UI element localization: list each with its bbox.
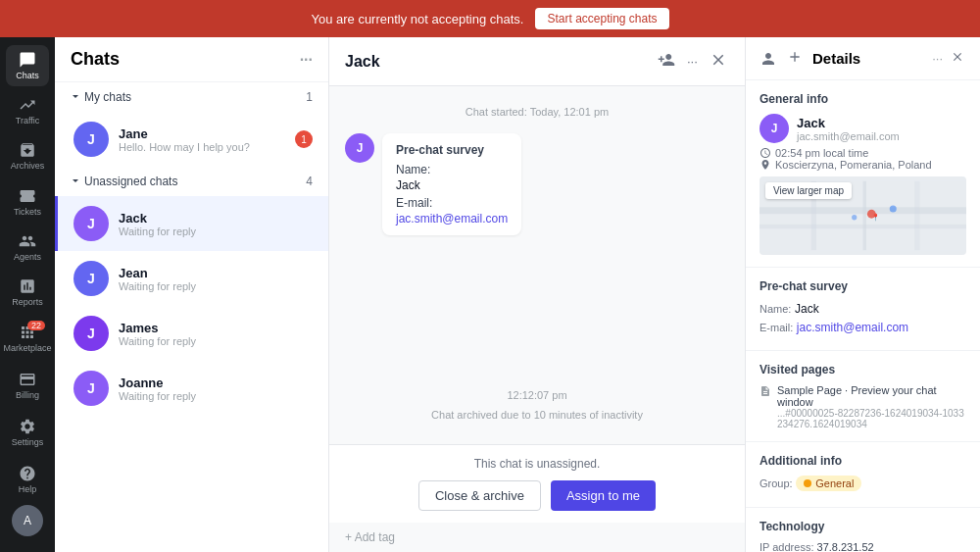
nav-label-marketplace: Marketplace [3,343,51,353]
start-accepting-button[interactable]: Start accepting chats [535,8,668,29]
nav-label-archives: Archives [11,161,45,171]
pre-chat-name-row: Name: Jack [760,301,966,316]
pre-chat-email-row: E-mail: jac.smith@email.com [760,320,966,334]
additional-info-title: Additional info [760,454,966,468]
archive-note: Chat archived due to 10 minutes of inact… [345,409,729,421]
unassigned-count: 4 [306,175,313,188]
nav-label-tickets: Tickets [14,207,41,217]
page-url: ...#00000025-82287236-1624019034-1033234… [777,408,966,429]
chat-name-joanne: Joanne [119,376,313,390]
pre-chat-name-label: Name: [396,163,508,176]
user-info-row: J Jack jac.smith@email.com [760,114,966,143]
pre-chat-name-label-details: Name: [760,303,791,315]
visited-pages-section: Visited pages Sample Page · Preview your… [746,351,980,442]
details-header: Details ··· [746,37,980,80]
chat-header-title: Jack [345,53,380,71]
add-tag-button[interactable]: + Add tag [329,523,745,552]
my-chats-toggle[interactable]: My chats [71,90,131,104]
pre-chat-survey-title: Pre-chat survey [396,143,508,157]
pre-chat-survey-section: Pre-chat survey Name: Jack E-mail: jac.s… [746,268,980,351]
chat-info-jack: Jack Waiting for reply [119,211,313,237]
nav-item-reports[interactable]: Reports [6,272,49,313]
details-more-options[interactable]: ··· [932,51,943,66]
svg-point-7 [867,210,876,219]
map-placeholder: 📍 View larger map [760,176,966,255]
chats-panel-header: Chats ··· [55,37,328,82]
chat-messages: Chat started: Today, 12:01 pm J Pre-chat… [329,86,745,444]
user-avatar[interactable]: A [12,505,43,536]
pre-chat-email-label: E-mail: [396,196,508,210]
technology-title: Technology [760,520,966,533]
nav-item-settings[interactable]: Settings [6,411,49,454]
chat-sub-jean: Waiting for reply [119,280,313,292]
bubble-content: Pre-chat survey Name: Jack E-mail: jac.s… [382,133,521,235]
view-larger-map-button[interactable]: View larger map [765,182,852,199]
add-participant-button[interactable] [656,49,677,74]
page-icon [760,385,771,399]
close-chat-button[interactable] [708,49,729,74]
unassigned-label: Unassigned chats [84,175,177,188]
chat-footer: This chat is unassigned. Close & archive… [329,444,745,523]
general-info-section: General info J Jack jac.smith@email.com … [746,80,980,268]
chat-info-joanne: Joanne Waiting for reply [119,376,313,402]
user-local-time: 02:54 pm local time [760,147,966,159]
chat-more-options[interactable]: ··· [685,52,700,71]
details-avatar: J [760,114,789,143]
chat-name-jean: Jean [119,266,313,280]
nav-item-billing[interactable]: Billing [6,364,49,407]
archive-time: 12:12:07 pm [345,389,729,401]
chat-info-jane: Jane Hello. How may I help you? [119,126,285,153]
location-icon [760,159,771,171]
person-icon [760,50,777,68]
avatar-jack: J [74,206,109,241]
chat-info-james: James Waiting for reply [119,321,313,347]
avatar-james: J [74,316,109,351]
nav-label-chats: Chats [16,71,39,80]
chat-area: Jack ··· Chat started: Today, 12:01 pm J… [329,37,745,552]
chat-item-jean[interactable]: J Jean Waiting for reply [55,251,328,306]
add-person-button[interactable] [785,47,805,70]
my-chats-section-header: My chats 1 [55,82,328,112]
chat-actions: Close & archive Assign to me [345,480,729,511]
ip-label: IP address: [760,541,813,552]
ip-value: 37.8.231.52 [817,541,874,552]
nav-item-help[interactable]: Help [6,458,49,501]
pre-chat-bubble: J Pre-chat survey Name: Jack E-mail: jac… [345,133,729,235]
group-value: General [815,477,854,489]
nav-item-marketplace[interactable]: Marketplace 22 [6,317,49,360]
technology-section: Technology IP address: 37.8.231.52 OS/De… [746,508,980,552]
pre-chat-name-value: Jack [396,178,508,192]
svg-point-9 [852,215,857,220]
chats-more-options[interactable]: ··· [300,51,313,69]
nav-label-help: Help [19,484,37,494]
chat-item-joanne[interactable]: J Joanne Waiting for reply [55,361,328,416]
chat-name-jane: Jane [119,126,285,141]
nav-item-archives[interactable]: Archives [6,135,49,176]
unassigned-toggle[interactable]: Unassigned chats [71,175,177,188]
location-value: Koscierzyna, Pomerania, Poland [775,159,932,171]
svg-rect-5 [914,181,919,250]
svg-rect-4 [863,181,867,250]
nav-item-agents[interactable]: Agents [6,226,49,268]
chat-item-jack[interactable]: J Jack Waiting for reply [55,196,328,251]
details-close-button[interactable] [949,48,966,69]
pre-chat-name-value-details: Jack [795,302,819,316]
chat-item-jane[interactable]: J Jane Hello. How may I help you? 1 [55,112,328,167]
chat-header: Jack ··· [329,37,745,86]
assign-me-button[interactable]: Assign to me [551,480,656,511]
bubble-avatar-jack: J [345,133,374,163]
chat-item-james[interactable]: J James Waiting for reply [55,306,328,361]
chat-name-james: James [119,321,313,335]
nav-item-tickets[interactable]: Tickets [6,181,49,223]
avatar-jane: J [74,122,109,157]
avatar-jean: J [74,261,109,296]
my-chats-count: 1 [306,90,313,104]
nav-item-traffic[interactable]: Traffic [6,90,49,131]
nav-item-chats[interactable]: Chats [6,45,49,86]
ip-row: IP address: 37.8.231.52 [760,541,966,552]
general-info-title: General info [760,92,966,106]
close-archive-button[interactable]: Close & archive [418,480,541,511]
chat-sub-james: Waiting for reply [119,335,313,347]
pre-chat-email-value: jac.smith@email.com [396,212,508,226]
chat-sub-joanne: Waiting for reply [119,390,313,402]
